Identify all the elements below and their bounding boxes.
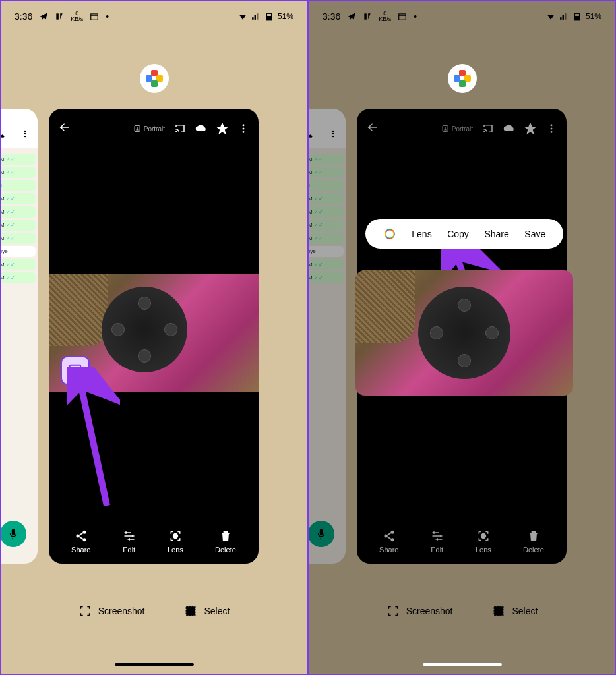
mic-icon: [7, 528, 19, 540]
svg-rect-20: [187, 606, 195, 615]
popup-share[interactable]: Share: [484, 229, 508, 239]
battery-percent: 51%: [278, 12, 293, 21]
popup-copy[interactable]: Copy: [447, 229, 469, 239]
list-item: 6 PM✓✓: [0, 154, 36, 165]
portrait-icon: [133, 125, 141, 132]
lens-button[interactable]: Lens: [168, 529, 183, 554]
data-rate: 0 KB/s: [71, 11, 83, 22]
whatsapp-mic-button[interactable]: [0, 521, 26, 547]
share-button[interactable]: Share: [71, 529, 90, 554]
star-icon[interactable]: [216, 123, 228, 134]
whatsapp-card[interactable]: 6 PM✓✓ 6 PM✓✓ ulati. 6 PM✓✓ 6 PM✓✓ 7 PM✓…: [308, 109, 346, 564]
list-item: 6 PM✓✓: [0, 167, 36, 178]
cloud-icon[interactable]: [503, 123, 515, 134]
wifi-icon: [546, 12, 555, 21]
calendar-icon: [398, 12, 407, 21]
status-bar: 3:36 0 KB/s • 51%: [309, 1, 615, 31]
more-icon: [328, 129, 338, 138]
select-button[interactable]: Select: [184, 604, 230, 618]
google-photos-app-icon[interactable]: [448, 64, 477, 93]
svg-point-11: [243, 124, 245, 126]
lens-icon: [169, 529, 182, 543]
svg-point-31: [445, 127, 446, 129]
screen-right: 3:36 0 KB/s • 51% 6 PM✓✓: [308, 0, 616, 675]
phone-icon: [0, 129, 5, 138]
svg-point-13: [243, 131, 245, 133]
delete-button[interactable]: Delete: [215, 529, 236, 554]
recents-row: 6 PM✓✓ 6 PM✓✓ ulati. 6 PM✓✓ 6 PM✓✓ 7 PM✓…: [1, 109, 307, 564]
lens-button[interactable]: Lens: [476, 529, 491, 554]
signal-icon: [251, 12, 261, 21]
list-item: 7 PM✓✓: [0, 220, 36, 231]
select-icon: [184, 604, 197, 618]
svg-rect-0: [57, 13, 59, 19]
screenshot-icon: [78, 604, 92, 618]
status-time: 3:36: [323, 11, 340, 22]
whatsapp-card[interactable]: 6 PM✓✓ 6 PM✓✓ ulati. 6 PM✓✓ 6 PM✓✓ 7 PM✓…: [0, 109, 38, 564]
svg-rect-4: [266, 16, 271, 20]
notification-icon: [363, 12, 372, 21]
image-actions-popup: Lens Copy Share Save: [365, 219, 563, 249]
image-icon: [68, 363, 82, 378]
status-bar: 3:36 0 KB/s • 51%: [1, 1, 307, 31]
svg-rect-26: [576, 13, 578, 13]
screenshot-button[interactable]: Screenshot: [386, 604, 453, 618]
back-icon[interactable]: [366, 121, 379, 134]
svg-point-18: [173, 534, 178, 539]
telegram-icon: [347, 12, 356, 21]
calendar-icon: [90, 12, 99, 21]
google-photos-app-icon[interactable]: [140, 64, 169, 93]
svg-rect-25: [574, 16, 579, 20]
svg-point-29: [332, 135, 334, 136]
list-item: 7 PM✓✓: [0, 233, 36, 244]
star-icon[interactable]: [524, 123, 536, 134]
svg-point-33: [551, 128, 553, 130]
whatsapp-mic-button[interactable]: [308, 521, 334, 547]
more-icon[interactable]: [237, 123, 249, 134]
list-item: hahiye: [0, 246, 36, 257]
more-icon: [20, 129, 30, 138]
delete-button[interactable]: Delete: [523, 529, 544, 554]
select-button[interactable]: Select: [492, 604, 538, 618]
svg-point-28: [332, 132, 334, 134]
lifted-image[interactable]: [355, 270, 573, 396]
popup-save[interactable]: Save: [524, 229, 545, 239]
battery-icon: [572, 12, 582, 21]
cast-icon[interactable]: [482, 123, 494, 134]
svg-point-34: [551, 131, 553, 133]
svg-point-32: [551, 124, 553, 126]
list-item: ulati.: [0, 180, 36, 191]
svg-rect-14: [70, 365, 81, 376]
nav-bar[interactable]: [423, 663, 502, 666]
cast-icon[interactable]: [174, 123, 186, 134]
signal-icon: [559, 12, 569, 21]
svg-point-12: [243, 128, 245, 130]
edit-button[interactable]: Edit: [123, 529, 136, 554]
more-icon[interactable]: [545, 123, 557, 134]
photos-card[interactable]: Portrait: [49, 109, 259, 564]
notification-icon: [55, 12, 64, 21]
svg-point-10: [137, 127, 138, 129]
svg-rect-21: [365, 13, 367, 19]
svg-point-6: [24, 130, 26, 131]
popup-lens[interactable]: Lens: [412, 229, 431, 239]
list-item: 7 PM✓✓: [0, 272, 36, 283]
nav-bar[interactable]: [115, 663, 194, 666]
dot-icon: •: [414, 11, 417, 22]
data-rate: 0 KB/s: [379, 11, 391, 22]
edit-button[interactable]: Edit: [431, 529, 444, 554]
svg-point-27: [332, 130, 334, 131]
share-button[interactable]: Share: [379, 529, 398, 554]
portrait-badge: Portrait: [133, 125, 165, 132]
edit-icon: [123, 529, 136, 543]
svg-point-7: [24, 132, 26, 134]
image-overlay-button[interactable]: [61, 356, 90, 385]
dot-icon: •: [106, 11, 109, 22]
google-lens-icon: [383, 227, 396, 241]
battery-percent: 51%: [586, 12, 601, 21]
share-icon: [75, 529, 88, 543]
screenshot-button[interactable]: Screenshot: [78, 604, 145, 618]
back-icon[interactable]: [58, 121, 71, 134]
cloud-icon[interactable]: [195, 123, 207, 134]
list-item: 6 PM✓✓: [0, 206, 36, 218]
